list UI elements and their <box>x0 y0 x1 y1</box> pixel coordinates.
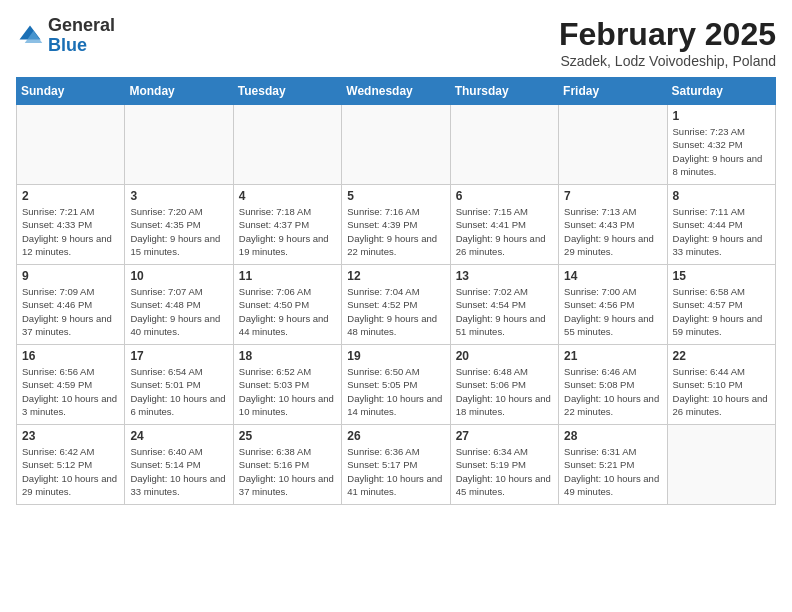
calendar-table: SundayMondayTuesdayWednesdayThursdayFrid… <box>16 77 776 505</box>
day-info: Sunrise: 7:02 AMSunset: 4:54 PMDaylight:… <box>456 285 553 338</box>
day-number: 8 <box>673 189 770 203</box>
calendar-cell: 6Sunrise: 7:15 AMSunset: 4:41 PMDaylight… <box>450 185 558 265</box>
day-info: Sunrise: 7:09 AMSunset: 4:46 PMDaylight:… <box>22 285 119 338</box>
day-number: 22 <box>673 349 770 363</box>
weekday-header-friday: Friday <box>559 78 667 105</box>
calendar-cell <box>342 105 450 185</box>
day-info: Sunrise: 6:52 AMSunset: 5:03 PMDaylight:… <box>239 365 336 418</box>
day-number: 11 <box>239 269 336 283</box>
day-info: Sunrise: 6:54 AMSunset: 5:01 PMDaylight:… <box>130 365 227 418</box>
month-title: February 2025 <box>559 16 776 53</box>
calendar-cell: 23Sunrise: 6:42 AMSunset: 5:12 PMDayligh… <box>17 425 125 505</box>
calendar-cell: 7Sunrise: 7:13 AMSunset: 4:43 PMDaylight… <box>559 185 667 265</box>
day-number: 9 <box>22 269 119 283</box>
day-number: 12 <box>347 269 444 283</box>
calendar-cell: 9Sunrise: 7:09 AMSunset: 4:46 PMDaylight… <box>17 265 125 345</box>
weekday-header-monday: Monday <box>125 78 233 105</box>
day-number: 26 <box>347 429 444 443</box>
logo-blue: Blue <box>48 35 87 55</box>
day-number: 2 <box>22 189 119 203</box>
day-info: Sunrise: 6:34 AMSunset: 5:19 PMDaylight:… <box>456 445 553 498</box>
day-info: Sunrise: 7:21 AMSunset: 4:33 PMDaylight:… <box>22 205 119 258</box>
calendar-cell: 27Sunrise: 6:34 AMSunset: 5:19 PMDayligh… <box>450 425 558 505</box>
day-number: 24 <box>130 429 227 443</box>
logo-icon <box>16 22 44 50</box>
calendar-week-row: 9Sunrise: 7:09 AMSunset: 4:46 PMDaylight… <box>17 265 776 345</box>
title-area: February 2025 Szadek, Lodz Voivodeship, … <box>559 16 776 69</box>
page-header: General Blue February 2025 Szadek, Lodz … <box>16 16 776 69</box>
calendar-cell: 28Sunrise: 6:31 AMSunset: 5:21 PMDayligh… <box>559 425 667 505</box>
calendar-cell <box>125 105 233 185</box>
calendar-cell: 11Sunrise: 7:06 AMSunset: 4:50 PMDayligh… <box>233 265 341 345</box>
day-info: Sunrise: 6:42 AMSunset: 5:12 PMDaylight:… <box>22 445 119 498</box>
day-number: 1 <box>673 109 770 123</box>
day-number: 16 <box>22 349 119 363</box>
location-subtitle: Szadek, Lodz Voivodeship, Poland <box>559 53 776 69</box>
day-info: Sunrise: 7:06 AMSunset: 4:50 PMDaylight:… <box>239 285 336 338</box>
day-info: Sunrise: 6:48 AMSunset: 5:06 PMDaylight:… <box>456 365 553 418</box>
calendar-week-row: 23Sunrise: 6:42 AMSunset: 5:12 PMDayligh… <box>17 425 776 505</box>
day-number: 27 <box>456 429 553 443</box>
calendar-cell: 5Sunrise: 7:16 AMSunset: 4:39 PMDaylight… <box>342 185 450 265</box>
calendar-cell: 21Sunrise: 6:46 AMSunset: 5:08 PMDayligh… <box>559 345 667 425</box>
day-number: 6 <box>456 189 553 203</box>
calendar-cell: 2Sunrise: 7:21 AMSunset: 4:33 PMDaylight… <box>17 185 125 265</box>
day-info: Sunrise: 6:38 AMSunset: 5:16 PMDaylight:… <box>239 445 336 498</box>
day-number: 10 <box>130 269 227 283</box>
calendar-cell <box>450 105 558 185</box>
day-number: 28 <box>564 429 661 443</box>
day-info: Sunrise: 6:58 AMSunset: 4:57 PMDaylight:… <box>673 285 770 338</box>
day-info: Sunrise: 7:00 AMSunset: 4:56 PMDaylight:… <box>564 285 661 338</box>
day-info: Sunrise: 6:40 AMSunset: 5:14 PMDaylight:… <box>130 445 227 498</box>
calendar-cell: 17Sunrise: 6:54 AMSunset: 5:01 PMDayligh… <box>125 345 233 425</box>
calendar-cell: 18Sunrise: 6:52 AMSunset: 5:03 PMDayligh… <box>233 345 341 425</box>
weekday-header-saturday: Saturday <box>667 78 775 105</box>
calendar-cell: 8Sunrise: 7:11 AMSunset: 4:44 PMDaylight… <box>667 185 775 265</box>
day-info: Sunrise: 7:23 AMSunset: 4:32 PMDaylight:… <box>673 125 770 178</box>
day-number: 4 <box>239 189 336 203</box>
day-number: 5 <box>347 189 444 203</box>
day-number: 14 <box>564 269 661 283</box>
calendar-cell: 24Sunrise: 6:40 AMSunset: 5:14 PMDayligh… <box>125 425 233 505</box>
calendar-cell <box>667 425 775 505</box>
day-info: Sunrise: 6:44 AMSunset: 5:10 PMDaylight:… <box>673 365 770 418</box>
day-info: Sunrise: 7:11 AMSunset: 4:44 PMDaylight:… <box>673 205 770 258</box>
logo-general: General <box>48 15 115 35</box>
weekday-header-tuesday: Tuesday <box>233 78 341 105</box>
day-info: Sunrise: 6:50 AMSunset: 5:05 PMDaylight:… <box>347 365 444 418</box>
day-info: Sunrise: 6:36 AMSunset: 5:17 PMDaylight:… <box>347 445 444 498</box>
calendar-cell <box>559 105 667 185</box>
day-number: 15 <box>673 269 770 283</box>
day-number: 13 <box>456 269 553 283</box>
calendar-cell: 15Sunrise: 6:58 AMSunset: 4:57 PMDayligh… <box>667 265 775 345</box>
calendar-cell: 12Sunrise: 7:04 AMSunset: 4:52 PMDayligh… <box>342 265 450 345</box>
calendar-cell: 22Sunrise: 6:44 AMSunset: 5:10 PMDayligh… <box>667 345 775 425</box>
calendar-cell: 16Sunrise: 6:56 AMSunset: 4:59 PMDayligh… <box>17 345 125 425</box>
weekday-header-wednesday: Wednesday <box>342 78 450 105</box>
day-info: Sunrise: 7:15 AMSunset: 4:41 PMDaylight:… <box>456 205 553 258</box>
weekday-header-sunday: Sunday <box>17 78 125 105</box>
day-info: Sunrise: 6:31 AMSunset: 5:21 PMDaylight:… <box>564 445 661 498</box>
day-info: Sunrise: 7:18 AMSunset: 4:37 PMDaylight:… <box>239 205 336 258</box>
calendar-cell: 3Sunrise: 7:20 AMSunset: 4:35 PMDaylight… <box>125 185 233 265</box>
calendar-week-row: 2Sunrise: 7:21 AMSunset: 4:33 PMDaylight… <box>17 185 776 265</box>
day-number: 25 <box>239 429 336 443</box>
day-info: Sunrise: 7:04 AMSunset: 4:52 PMDaylight:… <box>347 285 444 338</box>
day-info: Sunrise: 7:20 AMSunset: 4:35 PMDaylight:… <box>130 205 227 258</box>
day-number: 3 <box>130 189 227 203</box>
day-info: Sunrise: 6:46 AMSunset: 5:08 PMDaylight:… <box>564 365 661 418</box>
logo-text: General Blue <box>48 16 115 56</box>
calendar-cell: 4Sunrise: 7:18 AMSunset: 4:37 PMDaylight… <box>233 185 341 265</box>
calendar-header-row: SundayMondayTuesdayWednesdayThursdayFrid… <box>17 78 776 105</box>
day-number: 17 <box>130 349 227 363</box>
calendar-week-row: 16Sunrise: 6:56 AMSunset: 4:59 PMDayligh… <box>17 345 776 425</box>
weekday-header-thursday: Thursday <box>450 78 558 105</box>
day-info: Sunrise: 7:13 AMSunset: 4:43 PMDaylight:… <box>564 205 661 258</box>
day-number: 23 <box>22 429 119 443</box>
day-number: 7 <box>564 189 661 203</box>
calendar-cell: 19Sunrise: 6:50 AMSunset: 5:05 PMDayligh… <box>342 345 450 425</box>
calendar-cell: 10Sunrise: 7:07 AMSunset: 4:48 PMDayligh… <box>125 265 233 345</box>
day-number: 21 <box>564 349 661 363</box>
calendar-cell <box>17 105 125 185</box>
calendar-cell: 13Sunrise: 7:02 AMSunset: 4:54 PMDayligh… <box>450 265 558 345</box>
